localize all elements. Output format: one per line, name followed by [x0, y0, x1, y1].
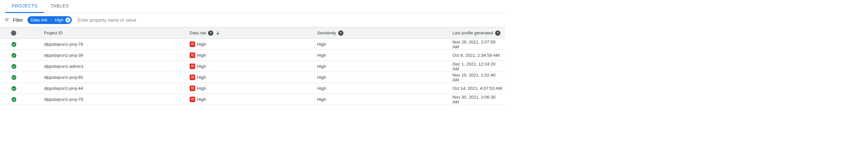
sensitivity-value: High	[317, 42, 326, 47]
help-icon[interactable]: ?	[495, 30, 500, 36]
filter-label: Filter	[13, 18, 23, 23]
col-label: Sensitivity	[317, 30, 336, 35]
generated-time: Dec 1, 2021, 12:24:20 AM	[453, 62, 502, 71]
table-row[interactable]: dlppsbqrun1-proj-78 !!! High High Nov 29…	[0, 39, 505, 50]
checkmark-circle-icon	[11, 86, 17, 91]
risk-value: High	[197, 75, 206, 80]
high-risk-icon: !!!	[190, 42, 195, 47]
table-body: dlppsbqrun1-proj-78 !!! High High Nov 29…	[0, 39, 505, 105]
chip-key: Data risk	[31, 18, 47, 22]
checkmark-circle-icon	[11, 53, 17, 58]
project-id: dlppsbqrun1-proj-44	[44, 86, 83, 91]
chip-value: High	[55, 18, 63, 22]
generated-time: Oct 8, 2021, 2:34:59 AM	[453, 53, 500, 58]
status-header-dot-icon	[11, 30, 16, 36]
table-row[interactable]: dlppsbqrun1-proj-79 !!! High High Nov 30…	[0, 94, 505, 105]
chip-remove-icon[interactable]	[65, 18, 70, 23]
checkmark-circle-icon	[11, 63, 17, 70]
col-label: Last profile generated	[453, 30, 493, 35]
table-row[interactable]: dlppsbqrun1-proj-44 !!! High High Oct 14…	[0, 83, 505, 94]
high-risk-icon: !!!	[190, 53, 195, 58]
checkmark-circle-icon	[11, 75, 17, 80]
high-risk-icon: !!!	[190, 86, 195, 91]
tab-projects[interactable]: PROJECTS	[5, 0, 44, 13]
sort-desc-icon	[215, 30, 220, 36]
col-data-risk[interactable]: Data risk ?	[187, 30, 315, 36]
risk-value: High	[197, 64, 206, 69]
help-icon[interactable]: ?	[208, 30, 213, 36]
project-id: dlppsbqrun1-proj-65	[44, 75, 83, 80]
table-row[interactable]: dlppsbqrun1-proj-65 !!! High High Nov 10…	[0, 72, 505, 83]
generated-time: Nov 30, 2021, 2:06:30 AM	[453, 95, 502, 104]
filter-chip[interactable]: Data risk : High	[28, 16, 72, 24]
sensitivity-value: High	[317, 64, 326, 69]
generated-time: Nov 29, 2021, 2:07:59 AM	[453, 39, 502, 49]
col-label: Project ID	[44, 30, 62, 35]
project-id: dlppsbqrun1-proj-39	[44, 53, 83, 58]
risk-value: High	[197, 53, 206, 58]
col-project-id[interactable]: Project ID	[41, 30, 187, 35]
filter-input[interactable]	[77, 17, 501, 23]
filter-list-icon	[4, 17, 10, 23]
help-icon[interactable]: ?	[338, 30, 343, 36]
tabs: PROJECTS TABLES	[0, 0, 505, 13]
tab-tables[interactable]: TABLES	[44, 0, 75, 13]
col-label: Data risk	[190, 30, 206, 35]
risk-value: High	[197, 97, 206, 102]
tab-label: TABLES	[51, 3, 69, 8]
col-last-profile[interactable]: Last profile generated ?	[450, 30, 505, 36]
sensitivity-value: High	[317, 97, 326, 102]
generated-time: Nov 10, 2021, 1:52:40 AM	[453, 73, 502, 82]
table-row[interactable]: dlppsbqrun1-admin1 !!! High High Dec 1, …	[0, 61, 505, 72]
project-id: dlppsbqrun1-proj-79	[44, 97, 83, 102]
risk-value: High	[197, 42, 206, 47]
high-risk-icon: !!!	[190, 63, 195, 69]
sensitivity-value: High	[317, 86, 326, 91]
checkmark-circle-icon	[11, 42, 17, 47]
high-risk-icon: !!!	[190, 96, 195, 102]
table-header: Project ID Data risk ? Sensitivity ? Las…	[0, 27, 505, 39]
project-id: dlppsbqrun1-proj-78	[44, 42, 83, 47]
sensitivity-value: High	[317, 53, 326, 58]
tab-label: PROJECTS	[12, 3, 37, 8]
filter-bar: Filter Data risk : High	[0, 13, 505, 27]
table-row[interactable]: dlppsbqrun1-proj-39 !!! High High Oct 8,…	[0, 50, 505, 61]
checkmark-circle-icon	[11, 96, 17, 103]
project-id: dlppsbqrun1-admin1	[44, 64, 84, 69]
sensitivity-value: High	[317, 75, 326, 80]
col-sensitivity[interactable]: Sensitivity ?	[315, 30, 450, 36]
risk-value: High	[197, 86, 206, 91]
generated-time: Oct 14, 2021, 4:07:53 AM	[453, 86, 502, 91]
high-risk-icon: !!!	[190, 75, 195, 80]
